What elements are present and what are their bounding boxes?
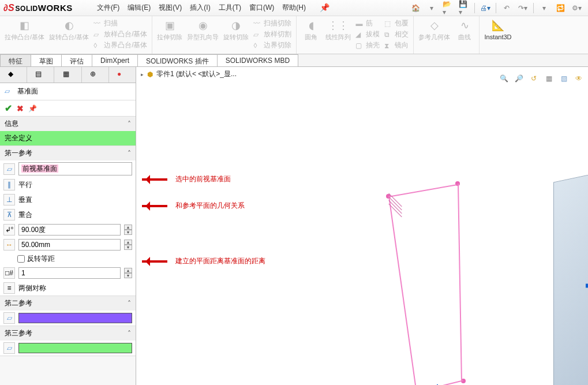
ref1-selection-input[interactable]: 前视基准面 [18,162,132,175]
command-ribbon: ◧拉伸凸台/基体 ◐旋转凸台/基体 〰扫描 ▱放样凸台/基体 ◊边界凸台/基体 … [0,16,588,54]
tab-feature[interactable]: 特征 [0,54,31,66]
boundary-button[interactable]: ◊边界凸台/基体 [93,40,147,50]
rib-button[interactable]: ▬筋 [355,18,380,28]
instance-icon[interactable]: □# [3,267,15,279]
redo-icon[interactable]: ↷▾ [517,2,529,14]
panel-tabs: ◆ ▤ ▦ ⊕ ● [0,67,136,83]
midplane-label: 两侧对称 [18,283,46,293]
menu-view[interactable]: 视图(V) [159,3,182,13]
logo-text: SOLIDWORKS [16,3,73,13]
heads-up-toolbar: 🔍 🔎 ↺ ▦ ▧ 👁 [498,73,585,84]
distance-icon[interactable]: ↔ [3,239,15,251]
parallel-icon[interactable]: ∥ [3,179,15,190]
part-name[interactable]: 零件1 (默认< <默认>_显... [156,69,237,79]
panel-tab-feature-tree[interactable]: ◆ [0,67,27,83]
zoom-area-icon[interactable]: 🔎 [513,73,525,84]
tab-sketch[interactable]: 草图 [31,54,62,66]
menu-window[interactable]: 窗口(W) [249,3,274,13]
display-style-icon[interactable]: ▧ [558,73,570,84]
revolve-cut-button[interactable]: ◑旋转切除 [223,18,249,40]
sweep-button[interactable]: 〰扫描 [93,18,147,28]
loft-cut-button[interactable]: ▱放样切割 [253,29,291,39]
options-icon[interactable]: ⚙▾ [571,2,582,14]
pushpin-icon[interactable]: 📌 [28,104,37,113]
zoom-fit-icon[interactable]: 🔍 [498,73,510,84]
cancel-button[interactable]: ✖ [17,104,24,113]
ref-geometry-button[interactable]: ◇参考几何体 [418,18,450,40]
ref2-selection-input[interactable] [18,313,132,323]
hide-show-icon[interactable]: 👁 [573,73,585,84]
loft-button[interactable]: ▱放样凸台/基体 [93,29,147,39]
panel-tab-property[interactable]: ▤ [27,67,54,83]
hole-wizard-button[interactable]: ◉异型孔向导 [187,18,219,40]
print-icon[interactable]: 🖨▾ [480,2,491,14]
tab-addins[interactable]: SOLIDWORKS 插件 [137,54,218,66]
main-menu: 文件(F) 编辑(E) 视图(V) 插入(I) 工具(T) 窗口(W) 帮助(H… [92,3,329,13]
angle-icon[interactable]: ↲° [3,224,15,236]
breadcrumb[interactable]: ▸ ⬢ 零件1 (默认< <默认>_显... [141,69,237,79]
third-ref-header[interactable]: 第三参考˄ [0,326,136,341]
extrude-boss-button[interactable]: ◧拉伸凸台/基体 [5,18,44,40]
angle-spinner[interactable]: ▲▼ [124,225,132,235]
flip-offset-checkbox[interactable] [17,255,25,263]
linear-pattern-button[interactable]: ⋮⋮线性阵列 [325,18,351,40]
menu-file[interactable]: 文件(F) [97,3,119,13]
menu-help[interactable]: 帮助(H) [282,3,306,13]
curves-button[interactable]: ∿曲线 [455,18,474,40]
pin-icon[interactable]: 📌 [320,3,329,13]
tab-mbd[interactable]: SOLIDWORKS MBD [217,54,298,66]
undo-icon[interactable]: ↶ [501,2,512,14]
select-icon[interactable]: ▾ [538,2,550,14]
fillet-button[interactable]: ◖圆角 [301,18,321,40]
panel-tab-dimxpert[interactable]: ⊕ [82,67,109,83]
coincident-label: 重合 [18,210,32,220]
panel-tab-config[interactable]: ▦ [54,67,81,83]
shell-button[interactable]: ▢抽壳 [355,40,380,50]
prev-view-icon[interactable]: ↺ [528,73,540,84]
wrap-button[interactable]: ⬚包覆 [384,18,409,28]
new-doc-icon[interactable]: ▾ [426,2,437,14]
menu-tools[interactable]: 工具(T) [219,3,241,13]
menu-insert[interactable]: 插入(I) [190,3,210,13]
angle-input[interactable] [18,224,121,236]
menu-edit[interactable]: 编辑(E) [128,3,151,13]
ok-button[interactable]: ✔ [5,103,12,114]
count-spinner[interactable]: ▲▼ [124,268,132,278]
ref3-select-icon[interactable]: ▱ [3,342,15,354]
extrude-cut-button[interactable]: ▣拉伸切除 [157,18,182,40]
second-ref-header[interactable]: 第二参考˄ [0,296,136,311]
intersect-button[interactable]: ⧉相交 [384,29,409,39]
graphics-viewport[interactable]: ▸ ⬢ 零件1 (默认< <默认>_显... 🔍 🔎 ↺ ▦ ▧ 👁 选中的前视… [136,67,588,385]
ref2-select-icon[interactable]: ▱ [3,312,15,324]
distance-spinner[interactable]: ▲▼ [124,240,132,250]
perp-label: 垂直 [18,195,32,205]
mirror-button[interactable]: ⧗镜向 [384,40,409,50]
tab-dimxpert[interactable]: DimXpert [92,54,138,66]
revolve-boss-button[interactable]: ◐旋转凸台/基体 [49,18,89,40]
plane-icon: ▱ [5,87,14,96]
midplane-icon[interactable]: ≡ [3,282,15,294]
breadcrumb-expand-icon[interactable]: ▸ [141,72,144,77]
ref3-selection-input[interactable] [18,343,132,353]
rebuild-icon[interactable]: 🔁 [555,2,566,14]
open-icon[interactable]: 📂▾ [442,2,454,14]
perpendicular-icon[interactable]: ⊥ [3,194,15,205]
instance-count-input[interactable] [18,267,121,279]
coincident-icon[interactable]: ⊼ [3,209,15,220]
app-logo: ∂S SOLIDWORKS [0,3,92,13]
first-ref-header[interactable]: 第一参考˄ [0,146,136,160]
instant3d-button[interactable]: 📐Instant3D [484,18,511,40]
panel-tab-appearance[interactable]: ● [109,67,136,83]
info-header[interactable]: 信息˄ [0,117,136,131]
property-manager: ◆ ▤ ▦ ⊕ ● ▱ 基准面 ✔ ✖ 📌 信息˄ 完全定义 第一参考˄ ▱ 前… [0,67,136,385]
face-select-icon[interactable]: ▱ [3,163,15,175]
sweep-cut-button[interactable]: 〰扫描切除 [253,18,291,28]
section-view-icon[interactable]: ▦ [543,73,555,84]
tab-evaluate[interactable]: 评估 [61,54,92,66]
distance-input[interactable] [18,239,121,251]
flip-label: 反转等距 [27,254,55,264]
save-icon[interactable]: 💾▾ [458,2,470,14]
new-icon[interactable]: 🏠 [410,2,421,14]
draft-button[interactable]: ◢拔模 [355,29,380,39]
boundary-cut-button[interactable]: ◊边界切除 [253,40,291,50]
